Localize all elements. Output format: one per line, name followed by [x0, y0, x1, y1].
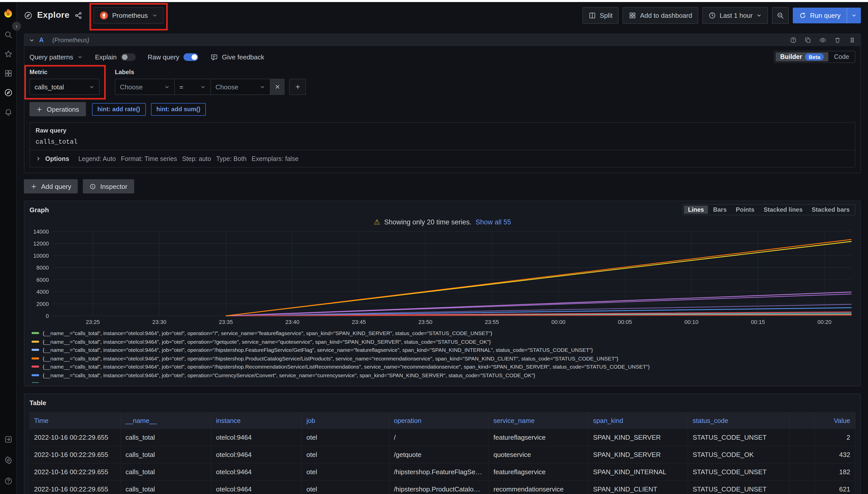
legend-item[interactable]: {__name__="calls_total", instance="otelc… — [32, 362, 855, 371]
code-mode-tab[interactable]: Code — [829, 52, 854, 61]
hint-button[interactable]: hint: add rate() — [92, 103, 146, 115]
graph-panel: Graph LinesBarsPointsStacked linesStacke… — [24, 201, 861, 386]
search-icon[interactable] — [4, 31, 13, 39]
options-summary-item: Type: Both — [216, 155, 247, 162]
dashboards-icon[interactable] — [4, 69, 13, 78]
legend-series-color-icon — [32, 332, 39, 334]
split-button[interactable]: Split — [582, 7, 619, 24]
legend-series-color-icon — [32, 366, 39, 368]
add-query-button[interactable]: Add query — [24, 179, 78, 193]
split-icon — [589, 12, 596, 19]
graph-mode-points[interactable]: Points — [732, 206, 759, 214]
query-patterns-dropdown[interactable]: Query patterns — [30, 53, 83, 61]
x-axis-tick-label: 23:50 — [418, 319, 433, 325]
column-header-span_kind[interactable]: span_kind — [589, 412, 688, 429]
run-query-button[interactable]: Run query — [793, 7, 861, 23]
column-header-__name__[interactable]: __name__ — [121, 412, 212, 429]
options-summary: Legend: AutoFormat: Time seriesStep: aut… — [78, 155, 304, 162]
x-axis-tick-label: 00:10 — [685, 319, 699, 325]
explain-label: Explain — [95, 53, 116, 61]
metric-select[interactable]: calls_total — [30, 79, 100, 95]
inspector-button[interactable]: Inspector — [83, 179, 134, 193]
graph-mode-bars[interactable]: Bars — [709, 206, 730, 214]
column-header-time[interactable]: Time — [30, 412, 121, 429]
legend-item[interactable]: {__name__="calls_total", instance="otelc… — [32, 354, 855, 362]
duplicate-query-icon[interactable] — [804, 37, 812, 44]
table-cell: /hipstershop.FeatureFlagServi... — [389, 463, 489, 480]
table-cell: SPAN_KIND_SERVER — [589, 429, 688, 446]
sign-in-icon[interactable] — [4, 435, 13, 445]
explore-compass-icon[interactable] — [4, 88, 13, 97]
label-operator-select[interactable]: = — [174, 79, 211, 95]
x-axis-tick-label: 00:00 — [551, 319, 565, 325]
query-options-row[interactable]: Options Legend: AutoFormat: Time seriesS… — [30, 150, 855, 168]
label-value-select[interactable]: Choose — [211, 79, 270, 95]
graph-mode-stacked-bars[interactable]: Stacked bars — [808, 206, 854, 214]
add-to-dashboard-button[interactable]: Add to dashboard — [623, 7, 698, 24]
graph-mode-stacked-lines[interactable]: Stacked lines — [759, 206, 807, 214]
raw-query-preview: Raw query calls_total — [30, 122, 855, 150]
legend-item[interactable]: {__name__="calls_total", instance="otelc… — [32, 371, 855, 379]
table-panel: Table Time__name__instancejoboperationse… — [24, 394, 861, 494]
delete-query-trash-icon[interactable] — [834, 37, 841, 44]
chevron-down-icon — [200, 84, 206, 90]
explain-toggle[interactable] — [121, 53, 135, 61]
query-row-header[interactable]: A (Prometheus) — [24, 34, 861, 46]
x-axis-tick-label: 23:25 — [86, 319, 100, 325]
help-icon[interactable] — [4, 477, 13, 487]
options-label: Options — [45, 155, 69, 162]
show-all-series-link[interactable]: Show all 55 — [476, 218, 511, 226]
chart-series-line — [226, 315, 851, 316]
add-operation-button[interactable]: Operations — [30, 102, 86, 116]
chevron-down-icon — [851, 13, 857, 18]
add-label-filter-button[interactable] — [289, 79, 306, 95]
table-cell: /getquote — [389, 446, 489, 463]
column-header-value[interactable]: Value — [815, 412, 855, 429]
warning-triangle-icon: ⚠ — [374, 218, 380, 225]
legend-item[interactable]: {__name__="calls_total", instance="otelc… — [32, 329, 855, 337]
star-icon[interactable] — [4, 50, 13, 58]
raw-query-toggle[interactable] — [183, 53, 198, 61]
column-header-operation[interactable]: operation — [389, 412, 489, 429]
column-header-job[interactable]: job — [302, 412, 389, 429]
legend-item[interactable]: {__name__="calls_total", instance="otelc… — [32, 337, 855, 346]
zoom-out-time-button[interactable] — [772, 7, 789, 24]
sidebar-expand-button[interactable]: › — [12, 21, 21, 31]
x-axis-tick-label: 00:05 — [618, 319, 632, 325]
y-axis-tick-label: 10000 — [33, 252, 49, 259]
column-header-instance[interactable]: instance — [212, 412, 302, 429]
share-icon[interactable] — [74, 11, 83, 20]
query-help-icon[interactable] — [790, 37, 797, 44]
column-header-service_name[interactable]: service_name — [489, 412, 589, 429]
time-range-picker[interactable]: Last 1 hour — [702, 7, 768, 24]
drag-handle-icon[interactable] — [849, 37, 856, 44]
hint-button[interactable]: hint: add sum() — [151, 103, 206, 115]
warning-text: Showing only 20 time series. — [384, 218, 472, 226]
legend-item[interactable]: {__name__="calls_total", instance="otelc… — [32, 346, 855, 354]
datasource-picker[interactable]: Prometheus — [93, 7, 164, 24]
give-feedback-link[interactable]: Give feedback — [211, 53, 264, 61]
column-header-status_code[interactable]: status_code — [688, 412, 790, 429]
remove-label-filter-button[interactable] — [270, 79, 285, 95]
table-cell: 432 — [815, 446, 855, 463]
run-query-caret[interactable] — [847, 7, 861, 23]
time-series-chart[interactable]: 0200040006000800010000120001400023:2523:… — [30, 228, 855, 328]
legend-series-label: {__name__="calls_total", instance="otelc… — [43, 339, 491, 345]
hide-query-eye-icon[interactable] — [819, 37, 826, 44]
y-axis-tick-label: 0 — [46, 313, 49, 319]
graph-panel-title: Graph — [30, 206, 49, 213]
legend-series-label: {__name__="calls_total", instance="otelc… — [43, 330, 492, 336]
info-circle-icon — [90, 183, 96, 190]
builder-mode-tab[interactable]: Builder Beta — [776, 52, 829, 61]
table-row: 2022-10-16 00:22:29.655calls_totalotelco… — [30, 463, 855, 481]
graph-mode-lines[interactable]: Lines — [684, 206, 708, 214]
alerting-bell-icon[interactable] — [4, 108, 13, 116]
query-editor-panel: A (Prometheus) Query — [24, 34, 861, 173]
chevron-down-icon — [89, 84, 94, 90]
label-name-select[interactable]: Choose — [115, 79, 174, 95]
query-toolbar: Query patterns Explain Raw query — [30, 51, 855, 62]
collapse-chevron-icon[interactable] — [29, 37, 35, 43]
grafana-logo-icon[interactable] — [2, 8, 14, 19]
raw-query-toggle-group: Raw query — [148, 53, 198, 61]
gear-icon[interactable] — [4, 456, 13, 466]
